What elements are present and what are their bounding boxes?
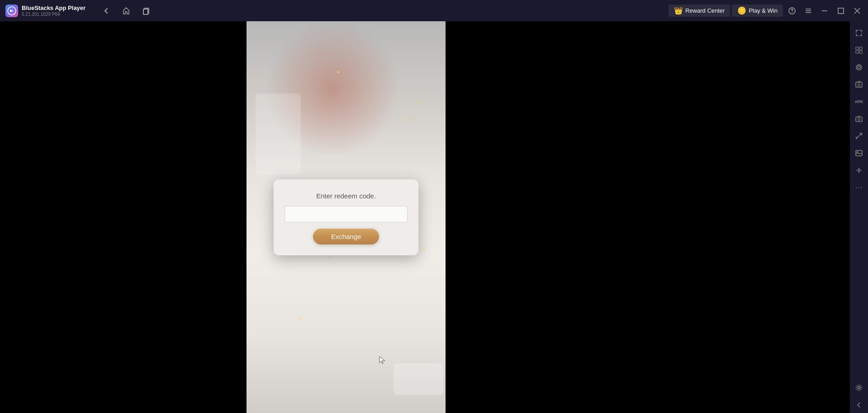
layout-icon-button[interactable] [851,42,867,58]
titlebar: BlueStacks App Player 5.21.201.1029 P64 … [0,0,868,21]
svg-rect-22 [856,117,862,122]
copy-button[interactable] [140,5,152,17]
right-black-area [446,21,850,413]
svg-rect-14 [859,47,862,50]
coin-icon: 🪙 [737,6,746,15]
more-dots: ··· [855,183,863,192]
magic-icon-button[interactable] [851,162,867,178]
back2-icon-button[interactable] [851,397,867,413]
left-black-area [0,21,247,413]
svg-point-20 [858,84,860,86]
record-icon-button[interactable] [851,59,867,75]
app-version: 5.21.201.1029 P64 [22,12,85,17]
svg-rect-15 [856,51,859,53]
exchange-button[interactable]: Exchange [313,229,379,244]
redeem-code-input[interactable] [285,206,408,222]
svg-rect-13 [856,47,859,50]
play-win-label: Play & Win [749,7,778,14]
gallery-icon-button[interactable] [851,145,867,161]
settings-icon-button[interactable] [851,380,867,396]
crown-icon: 👑 [674,6,683,15]
titlebar-right: 👑 Reward Center 🪙 Play & Win [669,4,868,18]
home-button[interactable] [120,5,133,17]
app-logo-area: BlueStacks App Player 5.21.201.1029 P64 [0,5,91,17]
reward-center-button[interactable]: 👑 Reward Center [669,5,730,17]
expand-icon-button[interactable] [851,25,867,41]
svg-point-18 [858,66,860,69]
redeem-dialog: Enter redeem code. Exchange [274,179,418,255]
svg-rect-19 [856,82,862,87]
svg-point-23 [858,118,860,121]
close-button[interactable] [850,4,864,18]
svg-point-5 [792,12,792,13]
bg-panel-bottom-right [394,363,443,395]
help-button[interactable] [785,4,799,18]
svg-point-17 [856,65,862,70]
app-title-block: BlueStacks App Player 5.21.201.1029 P64 [22,5,85,17]
play-win-button[interactable]: 🪙 Play & Win [732,5,783,17]
more-icon-button[interactable]: ··· [851,179,867,196]
redeem-title: Enter redeem code. [316,192,376,200]
resize-icon-button[interactable] [851,128,867,144]
svg-rect-10 [838,8,844,14]
svg-rect-2 [143,9,148,14]
menu-button[interactable] [801,4,816,18]
app-logo [5,5,18,17]
app-name: BlueStacks App Player [22,5,85,12]
restore-button[interactable] [834,4,848,18]
dialog-overlay: Enter redeem code. Exchange [247,21,446,413]
svg-point-26 [858,387,860,389]
cursor-indicator [378,356,387,365]
nav-buttons [100,5,152,17]
reward-center-label: Reward Center [685,7,725,14]
camera2-icon-button[interactable] [851,111,867,127]
game-viewport[interactable]: Enter redeem code. Exchange [247,21,446,413]
minimize-button[interactable] [817,4,832,18]
screenshot-icon-button[interactable] [851,76,867,93]
svg-point-25 [857,151,859,153]
back-button[interactable] [100,5,113,17]
svg-rect-16 [859,51,862,53]
apk-label: APK [854,99,863,104]
apk-icon-button[interactable]: APK [851,94,867,110]
right-sidebar: APK ··· [850,21,868,413]
